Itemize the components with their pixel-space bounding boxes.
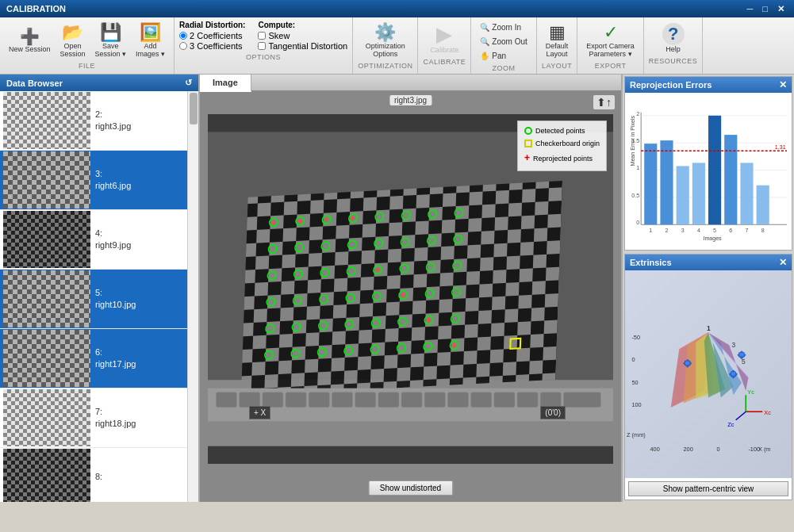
default-layout-button[interactable]: ▦ DefaultLayout <box>542 21 573 60</box>
optimization-section-label: OPTIMIZATION <box>358 62 412 70</box>
export-params-button[interactable]: ✓ Export CameraParameters ▾ <box>582 21 639 60</box>
item-label-5: 6:right17.jpg <box>95 346 136 371</box>
svg-text:1: 1 <box>707 324 711 332</box>
bar-4 <box>692 163 705 224</box>
open-session-label: OpenSession <box>60 42 86 58</box>
svg-text:0: 0 <box>636 220 639 225</box>
right-panels: Reprojection Errors ✕ Mean Error in Pixe… <box>623 75 794 502</box>
list-item[interactable]: 4:right9.jpg <box>0 210 187 270</box>
scroll-thumb[interactable] <box>190 93 198 124</box>
sidebar-scrollbar[interactable] <box>187 91 198 502</box>
help-label: Help <box>666 45 681 53</box>
zoom-section: 🔍 Zoom In 🔍 Zoom Out ✋ Pan ZOOM <box>471 17 536 74</box>
help-button[interactable]: ? Help <box>658 21 689 55</box>
reprojection-chart: Mean Error in Pixels 0 0.5 1 1.5 2 <box>628 96 788 244</box>
maximize-btn[interactable]: □ <box>759 4 771 14</box>
zoom-out-label: Zoom Out <box>492 37 527 46</box>
svg-rect-80 <box>378 392 399 408</box>
zoom-out-button[interactable]: 🔍 Zoom Out <box>476 35 531 48</box>
svg-text:50: 50 <box>631 379 638 386</box>
toolbar: ➕ New Session 📂 OpenSession 💾 SaveSessio… <box>0 17 794 75</box>
skew-check[interactable] <box>258 32 266 40</box>
compute-label: Compute: <box>258 21 347 29</box>
svg-text:400: 400 <box>650 446 660 453</box>
svg-rect-82 <box>424 392 445 408</box>
export-section: ✓ Export CameraParameters ▾ EXPORT <box>577 17 644 74</box>
image-filename: right3.jpg <box>389 95 432 105</box>
optimization-options-button[interactable]: ⚙️ OptimizationOptions <box>362 21 409 60</box>
layout-section-label: LAYOUT <box>542 62 572 70</box>
zoom-in-icon: 🔍 <box>480 23 489 32</box>
sidebar-content: 2:right3.jpg 3:right6.jpg 4:right9.jpg <box>0 91 198 502</box>
svg-text:200: 200 <box>684 446 693 453</box>
show-pattern-button[interactable]: Show pattern-centric view <box>628 481 788 496</box>
origin-label: Checkerboard origin <box>535 137 600 150</box>
open-session-button[interactable]: 📂 OpenSession <box>56 21 90 60</box>
zoom-out-icon: 🔍 <box>480 37 489 46</box>
list-item[interactable]: 5:right10.jpg <box>0 270 187 329</box>
list-item[interactable]: 2:right3.jpg <box>0 91 187 151</box>
list-item[interactable]: 7:right18.jpg <box>0 388 187 448</box>
minimize-btn[interactable]: ─ <box>744 4 757 14</box>
thumbnail-5 <box>3 330 90 387</box>
thumbnail-1 <box>3 92 90 149</box>
tangential-check[interactable] <box>258 42 266 50</box>
sort-button[interactable]: ⬆↑ <box>593 95 615 109</box>
export-section-label: EXPORT <box>595 62 627 70</box>
thumbnail-3 <box>3 211 90 268</box>
svg-text:2: 2 <box>636 111 639 117</box>
svg-text:4: 4 <box>697 228 700 233</box>
skew-label: Skew <box>268 31 290 40</box>
skew-row[interactable]: Skew <box>258 31 347 40</box>
svg-rect-85 <box>494 392 515 408</box>
thumbnail-6 <box>3 389 90 446</box>
main-area: Data Browser ↺ 2:right3.jpg 3:right6.jpg <box>0 75 794 502</box>
bar-8 <box>757 186 769 224</box>
sidebar: Data Browser ↺ 2:right3.jpg 3:right6.jpg <box>0 75 200 502</box>
tab-image[interactable]: Image <box>200 75 251 92</box>
add-images-button[interactable]: 🖼️ AddImages ▾ <box>132 21 169 60</box>
svg-text:Zc: Zc <box>727 421 734 428</box>
calibrate-button[interactable]: ▶ Calibrate <box>426 21 462 56</box>
show-undistorted-button[interactable]: Show undistorted <box>368 480 453 496</box>
help-icon: ? <box>662 23 685 45</box>
options-section-label: OPTIONS <box>246 53 281 61</box>
radio-3coeff-row[interactable]: 3 Coefficients <box>179 41 245 51</box>
radio-3coeff[interactable] <box>179 42 187 50</box>
legend-overlay: Detected points Checkerboard origin + Re… <box>517 121 607 171</box>
undistorted-btn-inner[interactable]: Show undistorted <box>368 480 453 496</box>
svg-line-137 <box>736 411 746 420</box>
tangential-row[interactable]: Tangential Distortion <box>258 41 347 51</box>
reprojection-panel: Reprojection Errors ✕ Mean Error in Pixe… <box>624 76 792 251</box>
extrinsics-close-btn[interactable]: ✕ <box>779 257 787 268</box>
svg-rect-73 <box>216 392 236 408</box>
svg-text:7: 7 <box>746 228 749 233</box>
extrinsics-panel: Extrinsics ✕ -50 0 50 100 400 200 <box>624 254 792 500</box>
list-item[interactable]: 6:right17.jpg <box>0 329 187 388</box>
pan-button[interactable]: ✋ Pan <box>476 49 510 63</box>
list-item[interactable]: 3:right6.jpg <box>0 151 187 210</box>
radio-2coeff[interactable] <box>179 32 187 40</box>
bar-6 <box>724 135 737 224</box>
close-btn[interactable]: ✕ <box>774 4 788 14</box>
save-session-label: SaveSession ▾ <box>95 42 127 58</box>
sidebar-title: Data Browser <box>6 78 63 88</box>
sidebar-refresh-icon[interactable]: ↺ <box>185 78 192 88</box>
calibrate-section-label: CALIBRATE <box>423 58 466 66</box>
svg-text:3: 3 <box>731 341 735 349</box>
list-item[interactable]: 8: <box>0 448 187 502</box>
legend-detected: Detected points <box>524 124 600 137</box>
extrinsics-title: Extrinsics <box>630 258 672 267</box>
zoom-in-button[interactable]: 🔍 Zoom In <box>476 21 525 34</box>
extrinsics-svg: -50 0 50 100 400 200 0 -100 Z (mm) X (m <box>625 270 792 478</box>
calibrate-label: Calibrate <box>430 46 458 54</box>
save-session-button[interactable]: 💾 SaveSession ▾ <box>91 21 131 60</box>
radio-2coeff-label: 2 Coefficients <box>190 31 242 40</box>
reprojection-close-btn[interactable]: ✕ <box>779 79 787 90</box>
open-session-icon: 📂 <box>62 23 83 42</box>
new-session-label: New Session <box>9 45 51 53</box>
new-session-button[interactable]: ➕ New Session <box>5 25 55 55</box>
layout-section: ▦ DefaultLayout LAYOUT <box>537 17 578 74</box>
zoom-section-label: ZOOM <box>493 64 516 72</box>
radio-2coeff-row[interactable]: 2 Coefficients <box>179 31 245 40</box>
